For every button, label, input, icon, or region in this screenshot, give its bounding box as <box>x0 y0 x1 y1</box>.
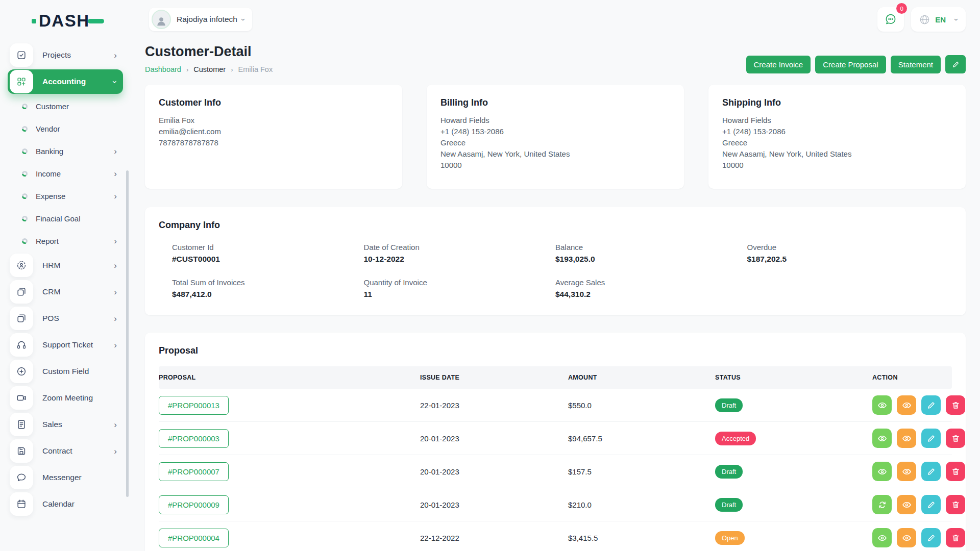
pencil-icon <box>926 533 936 543</box>
shipping-zip: 10000 <box>722 160 952 171</box>
proposal-id-link[interactable]: #PROP000003 <box>159 429 229 448</box>
sidebar-item-finacial-goal[interactable]: Finacial Goal <box>8 208 123 229</box>
view-button[interactable] <box>872 429 892 448</box>
amount: $550.0 <box>568 401 715 410</box>
sidebar-item-crm[interactable]: CRM › <box>8 280 123 304</box>
proposal-id-link[interactable]: #PROP000007 <box>159 462 229 481</box>
sidebar-item-sales[interactable]: Sales › <box>8 412 123 437</box>
amount: $94,657.5 <box>568 434 715 443</box>
sidebar-item-banking[interactable]: Banking › <box>8 141 123 161</box>
chat-bubble-icon <box>10 466 33 489</box>
page-title: Customer-Detail <box>145 44 273 60</box>
sidebar-item-projects[interactable]: Projects › <box>8 43 123 67</box>
sidebar-item-label: POS <box>42 314 59 323</box>
breadcrumb-customer[interactable]: Customer <box>193 65 226 73</box>
row-actions <box>872 495 965 514</box>
sidebar-item-support-ticket[interactable]: Support Ticket › <box>8 333 123 357</box>
sidebar-item-zoom-meeting[interactable]: Zoom Meeting <box>8 386 123 410</box>
sidebar-item-accounting[interactable]: Accounting › <box>8 69 123 94</box>
sidebar-scrollbar[interactable] <box>126 170 129 497</box>
sidebar-item-hrm[interactable]: HRM › <box>8 253 123 278</box>
sidebar-item-label: Accounting <box>42 77 86 86</box>
view-button[interactable] <box>872 462 892 481</box>
crm-layers-icon <box>10 280 33 304</box>
view-button[interactable] <box>872 528 892 547</box>
chevron-right-icon: › <box>114 261 117 270</box>
create-invoice-button[interactable]: Create Invoice <box>746 56 811 73</box>
chevron-right-icon: › <box>114 288 117 296</box>
chevron-right-icon: › <box>114 420 117 429</box>
sidebar-item-customer[interactable]: Customer <box>8 96 123 116</box>
sidebar-item-expense[interactable]: Expense › <box>8 186 123 206</box>
sidebar-item-label: Report <box>36 237 59 245</box>
notification-badge: 0 <box>896 3 907 14</box>
sidebar-item-label: Banking <box>36 147 63 156</box>
language-selector[interactable]: EN › <box>911 7 966 32</box>
trash-icon <box>951 500 961 510</box>
app-logo[interactable]: DASH <box>32 11 131 31</box>
sidebar-item-contract[interactable]: Contract › <box>8 439 123 463</box>
sidebar-item-vendor[interactable]: Vendor <box>8 118 123 139</box>
edit-customer-button[interactable] <box>945 55 966 73</box>
pencil-icon <box>926 434 936 443</box>
eye-icon <box>877 434 887 443</box>
proposal-title: Proposal <box>159 345 952 356</box>
preview-button[interactable] <box>897 528 916 547</box>
delete-button[interactable] <box>946 528 965 547</box>
document-icon <box>10 413 33 436</box>
company-selector[interactable]: Rajodiya infotech › <box>149 8 252 31</box>
sidebar-item-label: Custom Field <box>42 367 89 376</box>
issue-date: 20-01-2023 <box>420 500 568 509</box>
status-badge: Draft <box>715 465 743 479</box>
sidebar-item-messenger[interactable]: Messenger <box>8 465 123 490</box>
convert-button[interactable] <box>872 495 892 514</box>
edit-button[interactable] <box>921 528 941 547</box>
logo-text: DASH <box>39 11 90 31</box>
edit-button[interactable] <box>921 495 941 514</box>
messages-button[interactable]: 0 <box>877 7 904 32</box>
preview-button[interactable] <box>897 462 916 481</box>
edit-button[interactable] <box>921 429 941 448</box>
delete-button[interactable] <box>946 429 965 448</box>
chevron-right-icon: › <box>114 341 117 349</box>
pencil-icon <box>926 400 936 410</box>
chevron-down-icon: › <box>239 18 248 21</box>
eye-icon <box>902 434 912 443</box>
preview-button[interactable] <box>897 429 916 448</box>
create-proposal-button[interactable]: Create Proposal <box>815 56 886 73</box>
topbar: Rajodiya infotech › 0 EN › <box>145 0 966 32</box>
page-actions: Create Invoice Create Proposal Statement <box>746 55 966 73</box>
delete-button[interactable] <box>946 462 965 481</box>
info-cards-row: Customer Info Emilia Fox emilia@client.c… <box>145 85 966 189</box>
plus-circle-icon <box>10 360 33 383</box>
sidebar-item-income[interactable]: Income › <box>8 163 123 184</box>
sidebar-item-label: Zoom Meeting <box>42 393 93 403</box>
table-row: #PROP000004 22-12-2022 $3,415.5 Open <box>159 521 952 551</box>
edit-button[interactable] <box>921 395 941 415</box>
preview-button[interactable] <box>897 495 916 514</box>
billing-name: Howard Fields <box>440 115 670 126</box>
save-icon <box>10 439 33 463</box>
table-row: #PROP000007 20-01-2023 $157.5 Draft <box>159 455 952 488</box>
sidebar-item-calendar[interactable]: Calendar <box>8 492 123 516</box>
avatar <box>152 10 171 29</box>
edit-button[interactable] <box>921 462 941 481</box>
row-actions <box>872 528 965 547</box>
sidebar-item-label: Customer <box>36 102 69 111</box>
statement-button[interactable]: Statement <box>891 56 941 73</box>
proposal-id-link[interactable]: #PROP000009 <box>159 495 229 514</box>
delete-button[interactable] <box>946 495 965 514</box>
delete-button[interactable] <box>946 395 965 415</box>
company-name: Rajodiya infotech <box>177 15 237 24</box>
proposal-id-link[interactable]: #PROP000004 <box>159 529 229 547</box>
view-button[interactable] <box>872 395 892 415</box>
sidebar-item-custom-field[interactable]: Custom Field <box>8 359 123 384</box>
breadcrumb-dashboard[interactable]: Dashboard <box>145 65 181 73</box>
proposal-id-link[interactable]: #PROP000013 <box>159 396 229 415</box>
status-badge: Draft <box>715 498 743 512</box>
sidebar-item-report[interactable]: Report › <box>8 231 123 251</box>
preview-button[interactable] <box>897 395 916 415</box>
sidebar-item-pos[interactable]: POS › <box>8 306 123 331</box>
page-header: Customer-Detail Dashboard › Customer › E… <box>145 44 966 73</box>
calendar-icon <box>10 492 33 516</box>
